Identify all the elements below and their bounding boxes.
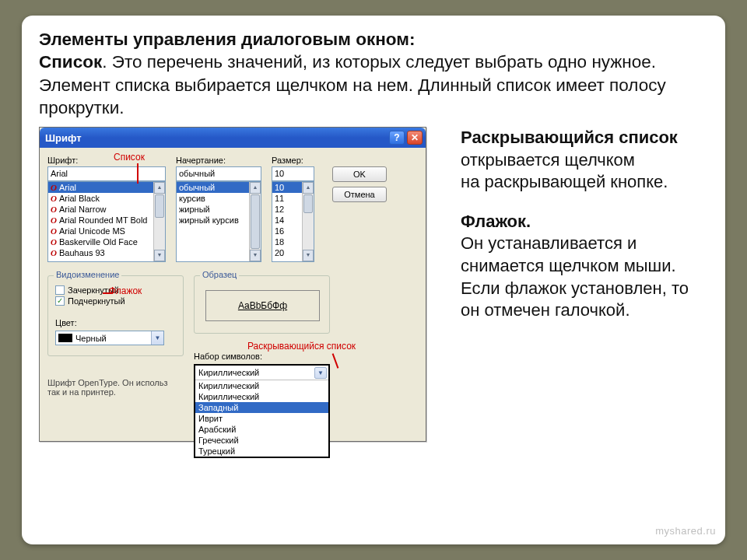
font-label: Шрифт: <box>47 156 78 165</box>
scroll-up-icon[interactable]: ▲ <box>303 182 314 194</box>
scroll-thumb[interactable] <box>303 194 313 213</box>
ok-button[interactable]: OK <box>332 166 387 182</box>
sample-group: Образец АаBbБбФф <box>194 275 330 334</box>
checkbox-label: Подчеркнутый <box>68 296 125 306</box>
intro-body: . Это перечень значений, из которых след… <box>39 52 666 117</box>
dialog-titlebar[interactable]: Шрифт ? ✕ <box>40 128 426 148</box>
size-input[interactable]: 10 <box>272 166 314 181</box>
color-swatch <box>58 334 72 342</box>
style-input[interactable]: обычный <box>176 166 261 181</box>
cancel-button[interactable]: Отмена <box>332 187 387 202</box>
dropdown-item[interactable]: Турецкий <box>195 446 328 457</box>
dropdown-item[interactable]: Арабский <box>195 424 328 435</box>
style-label: Начертание: <box>176 156 226 165</box>
dropdown-item[interactable]: Иврит <box>195 413 328 424</box>
color-value: Черный <box>75 334 107 343</box>
scroll-down-icon[interactable]: ▼ <box>250 250 261 261</box>
intro-text: Элементы управления диалоговым окном: Сп… <box>39 28 708 119</box>
chevron-down-icon[interactable]: ▼ <box>314 367 327 379</box>
list-item: OArial Rounded MT Bold <box>48 215 165 226</box>
annotation-line <box>103 292 112 294</box>
dropdown-item[interactable]: Греческий <box>195 435 328 446</box>
watermark: myshared.ru <box>655 525 716 537</box>
size-label: Размер: <box>272 156 303 165</box>
dialog-title: Шрифт <box>45 132 82 144</box>
list-item: OBaskerville Old Face <box>48 236 165 247</box>
side-text: Раскрывающийся список открывается щелчко… <box>444 127 708 485</box>
scrollbar[interactable]: ▲ ▼ <box>249 182 261 261</box>
font-input[interactable]: Arial <box>47 166 166 181</box>
dropdown-head: Кириллический ▼ <box>195 366 328 380</box>
content-panel: Элементы управления диалоговым окном: Сп… <box>22 16 725 544</box>
dropdown-item[interactable]: Кириллический <box>195 380 328 391</box>
scrollbar[interactable]: ▲ ▼ <box>302 182 314 261</box>
list-item: OArial Narrow <box>48 204 165 215</box>
list-item: жирный <box>177 204 261 215</box>
scrollbar[interactable]: ▲ ▼ <box>153 182 165 261</box>
sample-box: АаBbБбФф <box>205 290 320 321</box>
charset-label: Набор символов: <box>194 352 262 361</box>
color-label: Цвет: <box>55 318 77 327</box>
style-listbox[interactable]: обычный курсив жирный жирный курсив ▲ ▼ <box>176 181 261 262</box>
color-combo[interactable]: Черный ▼ <box>55 331 164 345</box>
checkbox-box <box>55 285 65 295</box>
group-title: Видоизменение <box>54 270 121 279</box>
intro-heading: Элементы управления диалоговым окном: <box>39 30 415 49</box>
scroll-thumb[interactable] <box>155 194 164 218</box>
close-button[interactable]: ✕ <box>407 131 423 145</box>
intro-term: Список <box>39 52 102 72</box>
underline-checkbox[interactable]: ✓ Подчеркнутый <box>55 296 125 306</box>
dialog-illustration: Шрифт ? ✕ Шрифт: Arial OArial OArial Bla… <box>39 127 444 485</box>
term-checkbox: Флажок. <box>461 212 531 231</box>
chevron-down-icon: ▼ <box>151 331 163 345</box>
dropdown-annotation: Раскрывающийся список <box>247 341 356 352</box>
group-title: Образец <box>200 270 239 279</box>
list-annotation: Список <box>114 152 145 163</box>
list-item: OArial <box>48 182 165 193</box>
list-item: OBauhaus 93 <box>48 247 165 258</box>
dropdown-item[interactable]: Кириллический <box>195 391 328 402</box>
term-dropdown: Раскрывающийся список <box>461 128 678 147</box>
font-listbox[interactable]: OArial OArial Black OArial Narrow OArial… <box>47 181 166 262</box>
scroll-up-icon[interactable]: ▲ <box>250 182 261 194</box>
annotation-line <box>137 163 139 184</box>
close-icon: ✕ <box>411 132 419 143</box>
list-item: OArial Unicode MS <box>48 226 165 236</box>
scroll-down-icon[interactable]: ▼ <box>303 250 314 261</box>
help-button[interactable]: ? <box>389 131 405 145</box>
checkbox-box: ✓ <box>55 296 65 306</box>
list-item: жирный курсив <box>177 215 261 226</box>
list-item: обычный <box>177 182 261 193</box>
font-hint: Шрифт OpenType. Он использ так и на прин… <box>47 378 167 397</box>
scroll-down-icon[interactable]: ▼ <box>154 250 165 261</box>
list-item: OArial Black <box>48 193 165 204</box>
scroll-thumb[interactable] <box>251 194 260 249</box>
dropdown-item[interactable]: Западный <box>195 402 328 413</box>
font-dialog: Шрифт ? ✕ Шрифт: Arial OArial OArial Bla… <box>39 127 426 442</box>
checkbox-annotation: Флажок <box>109 285 142 296</box>
charset-dropdown[interactable]: Кириллический ▼ Кириллический Кирилличес… <box>194 364 330 458</box>
list-item: курсив <box>177 193 261 204</box>
scroll-up-icon[interactable]: ▲ <box>154 182 165 194</box>
size-listbox[interactable]: 10 11 12 14 16 18 20 ▲ ▼ <box>272 181 314 262</box>
